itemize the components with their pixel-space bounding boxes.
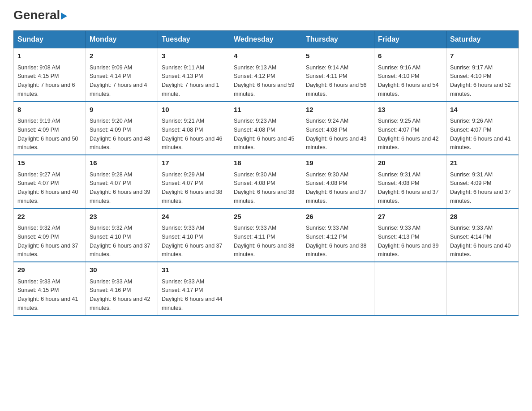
day-info: Sunrise: 9:33 AMSunset: 4:11 PMDaylight:… xyxy=(234,225,295,257)
day-info: Sunrise: 9:33 AMSunset: 4:12 PMDaylight:… xyxy=(306,225,367,257)
calendar-cell: 19 Sunrise: 9:30 AMSunset: 4:08 PMDaylig… xyxy=(302,155,374,209)
calendar-cell: 16 Sunrise: 9:28 AMSunset: 4:07 PMDaylig… xyxy=(86,155,158,209)
day-info: Sunrise: 9:32 AMSunset: 4:09 PMDaylight:… xyxy=(17,225,78,257)
day-info: Sunrise: 9:30 AMSunset: 4:08 PMDaylight:… xyxy=(306,171,367,204)
day-number: 31 xyxy=(162,265,226,275)
day-info: Sunrise: 9:24 AMSunset: 4:08 PMDaylight:… xyxy=(306,118,367,150)
day-number: 20 xyxy=(378,158,442,168)
day-info: Sunrise: 9:30 AMSunset: 4:08 PMDaylight:… xyxy=(234,171,295,204)
day-info: Sunrise: 9:16 AMSunset: 4:10 PMDaylight:… xyxy=(378,64,439,97)
calendar-cell: 8 Sunrise: 9:19 AMSunset: 4:09 PMDayligh… xyxy=(14,102,86,155)
calendar-cell: 22 Sunrise: 9:32 AMSunset: 4:09 PMDaylig… xyxy=(14,209,86,262)
day-info: Sunrise: 9:33 AMSunset: 4:15 PMDaylight:… xyxy=(17,278,78,311)
calendar-cell xyxy=(230,262,302,316)
calendar-cell: 25 Sunrise: 9:33 AMSunset: 4:11 PMDaylig… xyxy=(230,209,302,262)
logo-general-text: General xyxy=(13,9,67,21)
day-info: Sunrise: 9:23 AMSunset: 4:08 PMDaylight:… xyxy=(234,118,295,150)
calendar-week-row: 29 Sunrise: 9:33 AMSunset: 4:15 PMDaylig… xyxy=(14,262,519,316)
day-number: 15 xyxy=(17,158,82,168)
day-info: Sunrise: 9:33 AMSunset: 4:13 PMDaylight:… xyxy=(378,225,439,257)
header-day-thursday: Thursday xyxy=(302,31,374,48)
calendar-week-row: 1 Sunrise: 9:08 AMSunset: 4:15 PMDayligh… xyxy=(14,48,519,102)
day-info: Sunrise: 9:27 AMSunset: 4:07 PMDaylight:… xyxy=(17,171,78,204)
header-day-tuesday: Tuesday xyxy=(158,31,230,48)
calendar-cell: 5 Sunrise: 9:14 AMSunset: 4:11 PMDayligh… xyxy=(302,48,374,102)
calendar-week-row: 15 Sunrise: 9:27 AMSunset: 4:07 PMDaylig… xyxy=(14,155,519,209)
day-number: 5 xyxy=(306,51,370,61)
calendar-week-row: 8 Sunrise: 9:19 AMSunset: 4:09 PMDayligh… xyxy=(14,102,519,155)
day-number: 12 xyxy=(306,105,370,115)
day-number: 27 xyxy=(378,212,442,222)
day-number: 17 xyxy=(162,158,226,168)
calendar-cell: 27 Sunrise: 9:33 AMSunset: 4:13 PMDaylig… xyxy=(374,209,446,262)
calendar-cell: 11 Sunrise: 9:23 AMSunset: 4:08 PMDaylig… xyxy=(230,102,302,155)
calendar-cell: 3 Sunrise: 9:11 AMSunset: 4:13 PMDayligh… xyxy=(158,48,230,102)
day-info: Sunrise: 9:19 AMSunset: 4:09 PMDaylight:… xyxy=(17,118,78,150)
day-number: 21 xyxy=(450,158,515,168)
day-number: 29 xyxy=(17,265,82,275)
calendar-cell: 12 Sunrise: 9:24 AMSunset: 4:08 PMDaylig… xyxy=(302,102,374,155)
day-number: 28 xyxy=(450,212,515,222)
day-number: 9 xyxy=(90,105,154,115)
day-info: Sunrise: 9:21 AMSunset: 4:08 PMDaylight:… xyxy=(162,118,223,150)
header-day-sunday: Sunday xyxy=(14,31,86,48)
calendar-cell: 1 Sunrise: 9:08 AMSunset: 4:15 PMDayligh… xyxy=(14,48,86,102)
calendar-table: SundayMondayTuesdayWednesdayThursdayFrid… xyxy=(13,30,519,316)
page-header: General xyxy=(13,9,519,21)
calendar-cell: 14 Sunrise: 9:26 AMSunset: 4:07 PMDaylig… xyxy=(446,102,519,155)
calendar-cell: 9 Sunrise: 9:20 AMSunset: 4:09 PMDayligh… xyxy=(86,102,158,155)
day-number: 26 xyxy=(306,212,370,222)
day-number: 4 xyxy=(234,51,298,61)
day-number: 18 xyxy=(234,158,298,168)
day-number: 24 xyxy=(162,212,226,222)
day-number: 25 xyxy=(234,212,298,222)
day-number: 30 xyxy=(90,265,154,275)
day-info: Sunrise: 9:08 AMSunset: 4:15 PMDaylight:… xyxy=(17,64,75,97)
calendar-header-row: SundayMondayTuesdayWednesdayThursdayFrid… xyxy=(14,31,519,48)
calendar-cell: 26 Sunrise: 9:33 AMSunset: 4:12 PMDaylig… xyxy=(302,209,374,262)
day-number: 10 xyxy=(162,105,226,115)
day-info: Sunrise: 9:28 AMSunset: 4:07 PMDaylight:… xyxy=(90,171,150,204)
calendar-cell: 7 Sunrise: 9:17 AMSunset: 4:10 PMDayligh… xyxy=(446,48,519,102)
calendar-cell: 29 Sunrise: 9:33 AMSunset: 4:15 PMDaylig… xyxy=(14,262,86,316)
day-info: Sunrise: 9:33 AMSunset: 4:14 PMDaylight:… xyxy=(450,225,511,257)
day-number: 13 xyxy=(378,105,442,115)
calendar-cell: 28 Sunrise: 9:33 AMSunset: 4:14 PMDaylig… xyxy=(446,209,519,262)
logo: General xyxy=(13,9,67,21)
calendar-cell xyxy=(302,262,374,316)
calendar-cell: 30 Sunrise: 9:33 AMSunset: 4:16 PMDaylig… xyxy=(86,262,158,316)
day-number: 3 xyxy=(162,51,226,61)
calendar-cell: 4 Sunrise: 9:13 AMSunset: 4:12 PMDayligh… xyxy=(230,48,302,102)
day-number: 16 xyxy=(90,158,154,168)
calendar-cell: 2 Sunrise: 9:09 AMSunset: 4:14 PMDayligh… xyxy=(86,48,158,102)
day-info: Sunrise: 9:14 AMSunset: 4:11 PMDaylight:… xyxy=(306,64,367,97)
day-info: Sunrise: 9:09 AMSunset: 4:14 PMDaylight:… xyxy=(90,64,147,97)
calendar-cell: 18 Sunrise: 9:30 AMSunset: 4:08 PMDaylig… xyxy=(230,155,302,209)
day-info: Sunrise: 9:29 AMSunset: 4:07 PMDaylight:… xyxy=(162,171,223,204)
day-info: Sunrise: 9:33 AMSunset: 4:10 PMDaylight:… xyxy=(162,225,223,257)
day-number: 6 xyxy=(378,51,442,61)
day-number: 19 xyxy=(306,158,370,168)
day-number: 2 xyxy=(90,51,154,61)
calendar-cell: 15 Sunrise: 9:27 AMSunset: 4:07 PMDaylig… xyxy=(14,155,86,209)
day-info: Sunrise: 9:11 AMSunset: 4:13 PMDaylight:… xyxy=(162,64,219,97)
day-info: Sunrise: 9:31 AMSunset: 4:09 PMDaylight:… xyxy=(450,171,511,204)
header-day-friday: Friday xyxy=(374,31,446,48)
header-day-wednesday: Wednesday xyxy=(230,31,302,48)
day-number: 7 xyxy=(450,51,515,61)
day-info: Sunrise: 9:26 AMSunset: 4:07 PMDaylight:… xyxy=(450,118,511,150)
calendar-cell: 20 Sunrise: 9:31 AMSunset: 4:08 PMDaylig… xyxy=(374,155,446,209)
day-info: Sunrise: 9:33 AMSunset: 4:17 PMDaylight:… xyxy=(162,278,223,311)
day-info: Sunrise: 9:32 AMSunset: 4:10 PMDaylight:… xyxy=(90,225,150,257)
day-number: 22 xyxy=(17,212,82,222)
day-info: Sunrise: 9:13 AMSunset: 4:12 PMDaylight:… xyxy=(234,64,295,97)
day-info: Sunrise: 9:25 AMSunset: 4:07 PMDaylight:… xyxy=(378,118,439,150)
header-day-monday: Monday xyxy=(86,31,158,48)
day-info: Sunrise: 9:20 AMSunset: 4:09 PMDaylight:… xyxy=(90,118,150,150)
calendar-cell: 10 Sunrise: 9:21 AMSunset: 4:08 PMDaylig… xyxy=(158,102,230,155)
day-info: Sunrise: 9:33 AMSunset: 4:16 PMDaylight:… xyxy=(90,278,150,311)
calendar-week-row: 22 Sunrise: 9:32 AMSunset: 4:09 PMDaylig… xyxy=(14,209,519,262)
calendar-cell xyxy=(374,262,446,316)
calendar-cell xyxy=(446,262,519,316)
calendar-cell: 23 Sunrise: 9:32 AMSunset: 4:10 PMDaylig… xyxy=(86,209,158,262)
